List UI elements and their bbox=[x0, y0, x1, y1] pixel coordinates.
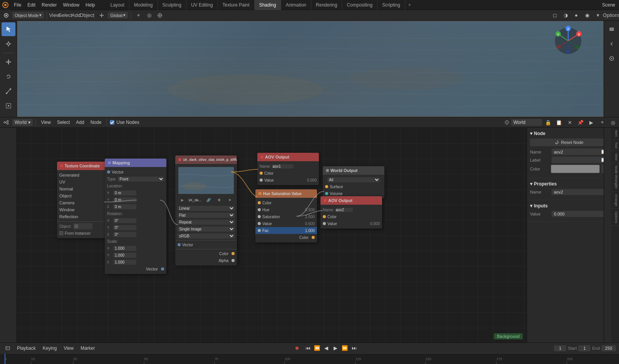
neh-node[interactable]: Node bbox=[88, 119, 104, 126]
mapping-node[interactable]: Mapping Vector Type: PointTextureVectorN… bbox=[105, 159, 166, 274]
tab-modeling[interactable]: Modeling bbox=[129, 0, 158, 10]
node-collapse-dot[interactable] bbox=[258, 192, 262, 195]
step-forward-btn[interactable]: ⏩ bbox=[341, 344, 349, 352]
tab-layout[interactable]: Layout bbox=[106, 0, 129, 10]
snap-icon[interactable]: ⌖ bbox=[134, 11, 143, 20]
tab-sculpting[interactable]: Sculpting bbox=[158, 0, 186, 10]
jump-end-btn[interactable]: ⏭ bbox=[350, 344, 358, 352]
object-header-btn[interactable]: Object bbox=[82, 11, 91, 20]
end-frame-input[interactable] bbox=[601, 345, 616, 351]
step-back-btn[interactable]: ⏪ bbox=[313, 344, 321, 352]
neh-add[interactable]: Add bbox=[74, 119, 86, 126]
blender-logo[interactable] bbox=[0, 0, 11, 10]
node-wrangler-tab[interactable]: Node Wrangler bbox=[611, 163, 619, 191]
rot-x-input[interactable] bbox=[113, 218, 136, 223]
props-label-value[interactable]: 📋 bbox=[552, 157, 608, 163]
world-output-node[interactable]: World Output AllEEVEECycles Surface Volu… bbox=[323, 166, 384, 199]
tab-uv-editing[interactable]: UV Editing bbox=[186, 0, 218, 10]
menu-render[interactable]: Render bbox=[39, 0, 60, 10]
viewport-shading-1[interactable]: ◻ bbox=[550, 11, 559, 20]
timeline-type-icon[interactable] bbox=[3, 344, 12, 352]
menu-help[interactable]: Help bbox=[82, 0, 98, 10]
input-value-field[interactable] bbox=[552, 211, 609, 217]
props-name-input[interactable] bbox=[552, 189, 609, 195]
world-target-select[interactable]: AllEEVEECycles bbox=[327, 177, 380, 182]
select-header-btn[interactable]: Select bbox=[60, 11, 70, 20]
menu-window[interactable]: Window bbox=[60, 0, 82, 10]
neh-select[interactable]: Select bbox=[55, 119, 72, 126]
world-name-input[interactable] bbox=[511, 119, 542, 126]
node-collapse-dot[interactable] bbox=[326, 169, 329, 172]
interpolation-select[interactable]: LinearClosestCubic bbox=[178, 206, 235, 211]
from-instancer-check[interactable] bbox=[59, 231, 63, 235]
image-preview[interactable] bbox=[178, 167, 234, 194]
tool-tab[interactable]: Tool bbox=[611, 140, 619, 151]
object-input[interactable] bbox=[73, 223, 92, 229]
play-btn[interactable]: ▶ bbox=[331, 344, 340, 352]
viewport-gizmo[interactable]: Z X Y bbox=[553, 25, 584, 57]
viewport-options-btn[interactable]: Options▾ bbox=[608, 11, 617, 20]
scale-y-input[interactable] bbox=[113, 253, 136, 258]
rot-z-input[interactable] bbox=[113, 232, 136, 237]
viewport-shading-4[interactable]: ◉ bbox=[582, 11, 592, 20]
image-texture-node[interactable]: 1K_dark_olive_slat_inish_p_diffuse.png ▶… bbox=[175, 155, 237, 265]
view-tab[interactable]: View bbox=[611, 151, 619, 163]
node-editor-snap[interactable]: ⌖ bbox=[597, 118, 607, 127]
extension-select[interactable]: RepeatExtendClip bbox=[178, 220, 235, 225]
tab-compositing[interactable]: Compositing bbox=[342, 0, 377, 10]
source-select[interactable]: Single ImageMovieSequence bbox=[178, 227, 235, 232]
browse-image-icon[interactable]: ▶ bbox=[178, 196, 187, 204]
node-editor-type-icon[interactable] bbox=[2, 118, 11, 127]
current-frame-input[interactable] bbox=[554, 345, 566, 351]
node-editor-overlay[interactable]: ◎ bbox=[608, 118, 617, 127]
viewport-type-icon[interactable] bbox=[2, 11, 11, 20]
play-reverse-btn[interactable]: ◀ bbox=[322, 344, 330, 352]
playback-menu-item[interactable]: Playback bbox=[15, 345, 38, 352]
loc-z-input[interactable] bbox=[113, 204, 136, 209]
viewport-shading-2[interactable]: ◑ bbox=[561, 11, 570, 20]
node-canvas[interactable]: Texture Coordinate Generated UV Normal O… bbox=[0, 128, 619, 342]
node-collapse-dot[interactable] bbox=[178, 158, 181, 161]
image-link-icon[interactable]: 🔗 bbox=[204, 196, 213, 204]
fac-row[interactable]: Fac 1.000 bbox=[255, 227, 317, 234]
item-tab[interactable]: Item bbox=[611, 128, 619, 140]
tab-animation[interactable]: Animation bbox=[281, 0, 311, 10]
move-tool-btn[interactable] bbox=[2, 55, 15, 69]
props-name-value[interactable]: aov2 📋 bbox=[552, 149, 608, 155]
scale-x-input[interactable] bbox=[113, 246, 136, 251]
pin-icon[interactable]: 📌 bbox=[576, 118, 585, 127]
record-btn[interactable] bbox=[293, 344, 301, 352]
frame-selected-icon[interactable]: ▶ bbox=[587, 118, 596, 127]
aov2-name-input[interactable] bbox=[336, 208, 353, 212]
start-frame-input[interactable] bbox=[578, 345, 590, 351]
color-swatch[interactable] bbox=[551, 165, 600, 173]
neh-view[interactable]: View bbox=[39, 119, 53, 126]
tab-scripting[interactable]: Scripting bbox=[377, 0, 405, 10]
reset-node-button[interactable]: Reset Node bbox=[530, 139, 608, 146]
properties-panel-btn[interactable] bbox=[605, 22, 619, 36]
colorspace-select[interactable]: sRGBLinearNon-Color bbox=[178, 234, 235, 239]
proportional-edit-icon[interactable]: ◎ bbox=[144, 11, 154, 20]
menu-file[interactable]: File bbox=[11, 0, 24, 10]
unlink-world-icon[interactable]: ✕ bbox=[565, 118, 574, 127]
select-tool-btn[interactable] bbox=[2, 22, 15, 36]
options-tab[interactable]: Options bbox=[611, 209, 619, 226]
tab-texture-paint[interactable]: Texture Paint bbox=[218, 0, 255, 10]
use-nodes-checkbox[interactable]: Use Nodes bbox=[109, 120, 139, 125]
keying-menu-item[interactable]: Keying bbox=[40, 345, 59, 352]
node-collapse-dot[interactable] bbox=[324, 199, 327, 202]
projection-select[interactable]: FlatBoxSphereTube bbox=[178, 213, 235, 218]
mapping-type-select[interactable]: PointTextureVectorNormal bbox=[118, 177, 164, 182]
loc-x-input[interactable] bbox=[113, 190, 136, 195]
rotate-tool-btn[interactable] bbox=[2, 70, 15, 83]
node-collapse-dot[interactable] bbox=[60, 164, 63, 167]
aov-output-1-node[interactable]: AOV Output Name: Color Value 0.000 bbox=[257, 153, 319, 185]
timeline-view-item[interactable]: View bbox=[61, 345, 76, 352]
viewport-shading-5[interactable]: ▾ bbox=[593, 11, 602, 20]
transform-gizmo-icon[interactable] bbox=[97, 11, 106, 20]
scale-z-input[interactable] bbox=[113, 260, 136, 265]
cursor-tool-btn[interactable] bbox=[2, 37, 15, 51]
browse-world-icon[interactable]: 📋 bbox=[554, 118, 564, 127]
protect-icon[interactable]: 🔒 bbox=[544, 118, 553, 127]
rot-y-input[interactable] bbox=[113, 225, 136, 230]
